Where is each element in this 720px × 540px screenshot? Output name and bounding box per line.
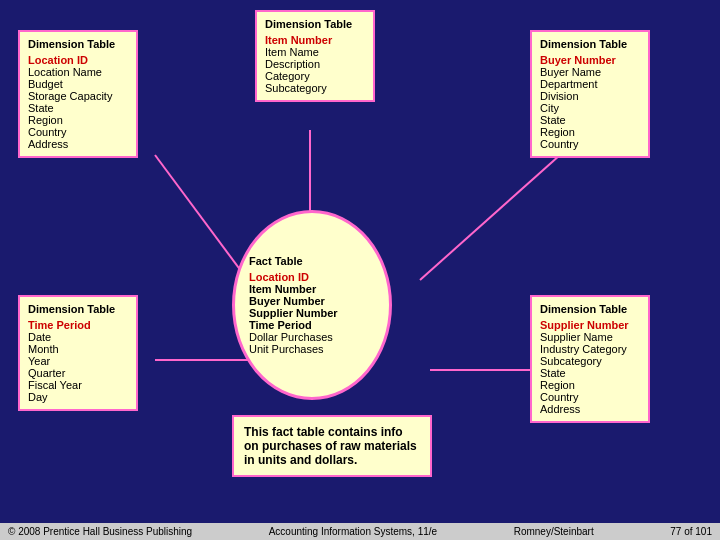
- location-country-field: Country: [28, 126, 128, 138]
- fact-table: Fact Table Location ID Item Number Buyer…: [232, 210, 392, 400]
- buyer-state-field: State: [540, 114, 640, 126]
- item-dimension-table: Dimension Table Item Number Item Name De…: [255, 10, 375, 102]
- fact-location-id: Location ID: [249, 271, 309, 283]
- location-region-field: Region: [28, 114, 128, 126]
- supplier-state-field: State: [540, 367, 640, 379]
- footer-right: Romney/Steinbart: [514, 526, 594, 537]
- info-box: This fact table contains info on purchas…: [232, 415, 432, 477]
- fact-buyer-number: Buyer Number: [249, 295, 325, 307]
- time-date-field: Date: [28, 331, 128, 343]
- supplier-dimension-table: Dimension Table Supplier Number Supplier…: [530, 295, 650, 423]
- item-table-header: Dimension Table: [265, 18, 365, 30]
- item-category-field: Category: [265, 70, 365, 82]
- footer-center: Accounting Information Systems, 11/e: [269, 526, 437, 537]
- location-table-header: Dimension Table: [28, 38, 128, 50]
- supplier-country-field: Country: [540, 391, 640, 403]
- supplier-number-field: Supplier Number: [540, 319, 640, 331]
- footer: © 2008 Prentice Hall Business Publishing…: [0, 523, 720, 540]
- time-day-field: Day: [28, 391, 128, 403]
- fact-unit-purchases: Unit Purchases: [249, 343, 324, 355]
- location-id-field: Location ID: [28, 54, 128, 66]
- fact-dollar-purchases: Dollar Purchases: [249, 331, 333, 343]
- fact-time-period: Time Period: [249, 319, 312, 331]
- location-storage-field: Storage Capacity: [28, 90, 128, 102]
- item-subcategory-field: Subcategory: [265, 82, 365, 94]
- fact-item-number: Item Number: [249, 283, 316, 295]
- time-month-field: Month: [28, 343, 128, 355]
- footer-left: © 2008 Prentice Hall Business Publishing: [8, 526, 192, 537]
- buyer-region-field: Region: [540, 126, 640, 138]
- info-box-text: This fact table contains info on purchas…: [244, 425, 417, 467]
- time-dimension-table: Dimension Table Time Period Date Month Y…: [18, 295, 138, 411]
- fact-supplier-number: Supplier Number: [249, 307, 338, 319]
- supplier-address-field: Address: [540, 403, 640, 415]
- time-year-field: Year: [28, 355, 128, 367]
- supplier-table-header: Dimension Table: [540, 303, 640, 315]
- supplier-subcategory-field: Subcategory: [540, 355, 640, 367]
- buyer-division-field: Division: [540, 90, 640, 102]
- location-address-field: Address: [28, 138, 128, 150]
- location-name-field: Location Name: [28, 66, 128, 78]
- fact-table-header: Fact Table: [249, 255, 303, 267]
- item-name-field: Item Name: [265, 46, 365, 58]
- time-period-field: Time Period: [28, 319, 128, 331]
- location-budget-field: Budget: [28, 78, 128, 90]
- svg-line-2: [420, 155, 560, 280]
- location-state-field: State: [28, 102, 128, 114]
- buyer-table-header: Dimension Table: [540, 38, 640, 50]
- buyer-country-field: Country: [540, 138, 640, 150]
- item-description-field: Description: [265, 58, 365, 70]
- buyer-number-field: Buyer Number: [540, 54, 640, 66]
- time-quarter-field: Quarter: [28, 367, 128, 379]
- supplier-industry-field: Industry Category: [540, 343, 640, 355]
- buyer-city-field: City: [540, 102, 640, 114]
- item-number-field: Item Number: [265, 34, 365, 46]
- supplier-name-field: Supplier Name: [540, 331, 640, 343]
- time-table-header: Dimension Table: [28, 303, 128, 315]
- location-dimension-table: Dimension Table Location ID Location Nam…: [18, 30, 138, 158]
- time-fiscal-field: Fiscal Year: [28, 379, 128, 391]
- buyer-dimension-table: Dimension Table Buyer Number Buyer Name …: [530, 30, 650, 158]
- supplier-region-field: Region: [540, 379, 640, 391]
- buyer-department-field: Department: [540, 78, 640, 90]
- footer-page: 77 of 101: [670, 526, 712, 537]
- buyer-name-field: Buyer Name: [540, 66, 640, 78]
